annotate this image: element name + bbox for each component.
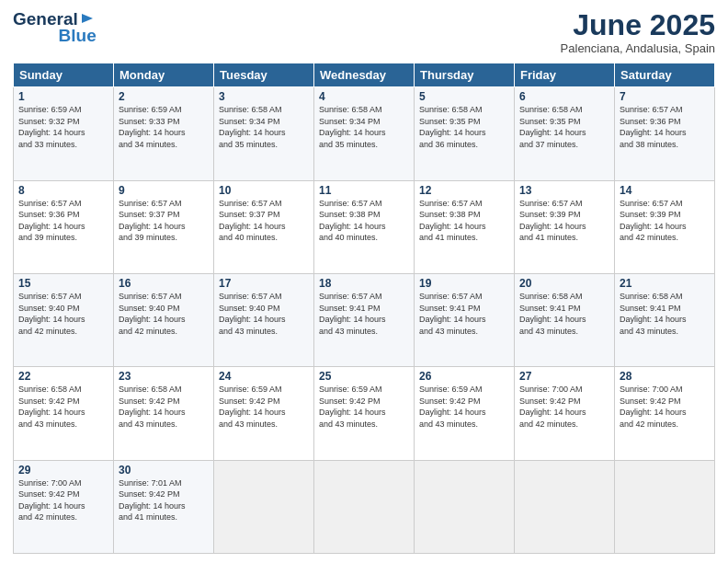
week-row-5: 29Sunrise: 7:00 AMSunset: 9:42 PMDayligh… [14,460,715,553]
header: General Blue June 2025 Palenciana, Andal… [13,9,715,55]
day-info: Sunrise: 6:57 AMSunset: 9:40 PMDaylight:… [18,291,108,337]
day-number: 29 [18,464,108,477]
day-number: 25 [319,370,409,383]
day-info: Sunrise: 6:57 AMSunset: 9:36 PMDaylight:… [620,104,710,150]
day-number: 7 [620,90,710,103]
day-number: 15 [18,277,108,290]
day-info: Sunrise: 6:58 AMSunset: 9:42 PMDaylight:… [18,384,108,430]
day-info: Sunrise: 6:59 AMSunset: 9:42 PMDaylight:… [219,384,309,430]
empty-cell [214,460,314,553]
day-cell-11: 11Sunrise: 6:57 AMSunset: 9:38 PMDayligh… [314,180,415,273]
day-number: 26 [419,370,509,383]
day-info: Sunrise: 6:58 AMSunset: 9:41 PMDaylight:… [519,291,609,337]
day-number: 30 [119,464,209,477]
day-cell-19: 19Sunrise: 6:57 AMSunset: 9:41 PMDayligh… [415,273,515,366]
day-info: Sunrise: 6:57 AMSunset: 9:41 PMDaylight:… [419,291,509,337]
day-number: 5 [419,90,509,103]
day-info: Sunrise: 6:57 AMSunset: 9:39 PMDaylight:… [519,198,609,244]
day-cell-30: 30Sunrise: 7:01 AMSunset: 9:42 PMDayligh… [114,460,214,553]
day-cell-10: 10Sunrise: 6:57 AMSunset: 9:37 PMDayligh… [214,180,314,273]
day-info: Sunrise: 6:58 AMSunset: 9:41 PMDaylight:… [620,291,710,337]
day-info: Sunrise: 6:57 AMSunset: 9:36 PMDaylight:… [18,198,108,244]
day-cell-12: 12Sunrise: 6:57 AMSunset: 9:38 PMDayligh… [415,180,515,273]
day-number: 6 [519,90,609,103]
col-header-sunday: Sunday [14,63,114,87]
day-number: 23 [119,370,209,383]
day-number: 19 [419,277,509,290]
logo-blue: Blue [59,26,97,46]
day-number: 27 [519,370,609,383]
day-number: 16 [119,277,209,290]
logo: General Blue [13,9,99,46]
col-header-friday: Friday [515,63,615,87]
day-cell-16: 16Sunrise: 6:57 AMSunset: 9:40 PMDayligh… [114,273,214,366]
day-info: Sunrise: 7:00 AMSunset: 9:42 PMDaylight:… [18,477,108,523]
day-number: 18 [319,277,409,290]
month-title: June 2025 [561,9,715,41]
day-number: 14 [620,184,710,197]
day-cell-28: 28Sunrise: 7:00 AMSunset: 9:42 PMDayligh… [615,367,715,460]
day-cell-1: 1Sunrise: 6:59 AMSunset: 9:32 PMDaylight… [14,87,114,180]
empty-cell [615,460,715,553]
day-cell-9: 9Sunrise: 6:57 AMSunset: 9:37 PMDaylight… [114,180,214,273]
day-number: 21 [620,277,710,290]
day-cell-6: 6Sunrise: 6:58 AMSunset: 9:35 PMDaylight… [515,87,615,180]
day-number: 9 [119,184,209,197]
col-header-monday: Monday [114,63,214,87]
day-cell-20: 20Sunrise: 6:58 AMSunset: 9:41 PMDayligh… [515,273,615,366]
day-info: Sunrise: 6:58 AMSunset: 9:35 PMDaylight:… [419,104,509,150]
day-cell-24: 24Sunrise: 6:59 AMSunset: 9:42 PMDayligh… [214,367,314,460]
day-info: Sunrise: 6:57 AMSunset: 9:40 PMDaylight:… [119,291,209,337]
day-cell-27: 27Sunrise: 7:00 AMSunset: 9:42 PMDayligh… [515,367,615,460]
day-cell-8: 8Sunrise: 6:57 AMSunset: 9:36 PMDaylight… [14,180,114,273]
day-info: Sunrise: 6:59 AMSunset: 9:32 PMDaylight:… [18,104,108,150]
day-info: Sunrise: 6:59 AMSunset: 9:42 PMDaylight:… [319,384,409,430]
day-number: 4 [319,90,409,103]
calendar-table: SundayMondayTuesdayWednesdayThursdayFrid… [13,63,715,554]
week-row-4: 22Sunrise: 6:58 AMSunset: 9:42 PMDayligh… [14,367,715,460]
day-number: 20 [519,277,609,290]
day-number: 12 [419,184,509,197]
day-info: Sunrise: 6:57 AMSunset: 9:37 PMDaylight:… [219,198,309,244]
day-number: 10 [219,184,309,197]
day-cell-23: 23Sunrise: 6:58 AMSunset: 9:42 PMDayligh… [114,367,214,460]
header-row: SundayMondayTuesdayWednesdayThursdayFrid… [14,63,715,87]
day-cell-5: 5Sunrise: 6:58 AMSunset: 9:35 PMDaylight… [415,87,515,180]
day-number: 28 [620,370,710,383]
day-cell-21: 21Sunrise: 6:58 AMSunset: 9:41 PMDayligh… [615,273,715,366]
day-number: 3 [219,90,309,103]
day-info: Sunrise: 6:59 AMSunset: 9:42 PMDaylight:… [419,384,509,430]
page: General Blue June 2025 Palenciana, Andal… [0,0,728,563]
day-cell-17: 17Sunrise: 6:57 AMSunset: 9:40 PMDayligh… [214,273,314,366]
day-number: 13 [519,184,609,197]
day-info: Sunrise: 6:57 AMSunset: 9:40 PMDaylight:… [219,291,309,337]
col-header-saturday: Saturday [615,63,715,87]
col-header-thursday: Thursday [415,63,515,87]
day-cell-22: 22Sunrise: 6:58 AMSunset: 9:42 PMDayligh… [14,367,114,460]
day-cell-26: 26Sunrise: 6:59 AMSunset: 9:42 PMDayligh… [415,367,515,460]
day-cell-29: 29Sunrise: 7:00 AMSunset: 9:42 PMDayligh… [14,460,114,553]
day-info: Sunrise: 6:57 AMSunset: 9:38 PMDaylight:… [319,198,409,244]
day-cell-25: 25Sunrise: 6:59 AMSunset: 9:42 PMDayligh… [314,367,415,460]
day-number: 22 [18,370,108,383]
day-number: 2 [119,90,209,103]
day-number: 8 [18,184,108,197]
day-number: 17 [219,277,309,290]
empty-cell [415,460,515,553]
empty-cell [515,460,615,553]
day-number: 11 [319,184,409,197]
day-info: Sunrise: 6:59 AMSunset: 9:33 PMDaylight:… [119,104,209,150]
week-row-2: 8Sunrise: 6:57 AMSunset: 9:36 PMDaylight… [14,180,715,273]
day-info: Sunrise: 6:57 AMSunset: 9:38 PMDaylight:… [419,198,509,244]
day-number: 1 [18,90,108,103]
day-cell-2: 2Sunrise: 6:59 AMSunset: 9:33 PMDaylight… [114,87,214,180]
col-header-wednesday: Wednesday [314,63,415,87]
day-info: Sunrise: 6:58 AMSunset: 9:42 PMDaylight:… [119,384,209,430]
day-info: Sunrise: 6:57 AMSunset: 9:39 PMDaylight:… [620,198,710,244]
day-cell-14: 14Sunrise: 6:57 AMSunset: 9:39 PMDayligh… [615,180,715,273]
svg-marker-0 [82,14,93,23]
day-info: Sunrise: 6:58 AMSunset: 9:34 PMDaylight:… [219,104,309,150]
location: Palenciana, Andalusia, Spain [561,41,715,55]
col-header-tuesday: Tuesday [214,63,314,87]
empty-cell [314,460,415,553]
